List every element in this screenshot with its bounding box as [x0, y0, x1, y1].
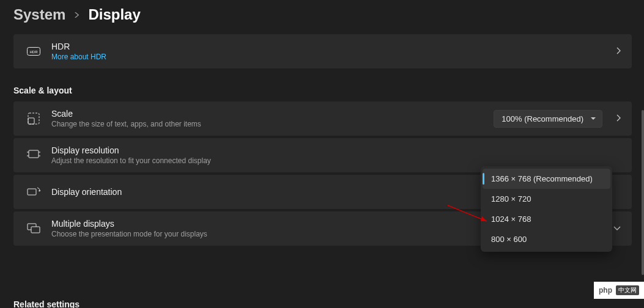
- resolution-title: Display resolution: [51, 145, 621, 155]
- breadcrumb: System Display: [13, 6, 632, 23]
- breadcrumb-current: Display: [88, 6, 140, 23]
- chevron-down-icon: [613, 224, 621, 233]
- breadcrumb-parent[interactable]: System: [13, 6, 65, 23]
- scrollbar[interactable]: [642, 110, 644, 275]
- scale-subtitle: Change the size of text, apps, and other…: [51, 120, 494, 128]
- watermark-cn: 中文网: [616, 285, 639, 295]
- resolution-subtitle: Adjust the resolution to fit your connec…: [51, 156, 621, 165]
- orientation-icon: [24, 186, 43, 197]
- resolution-option[interactable]: 1280 × 720: [483, 189, 610, 209]
- multiple-displays-icon: [24, 223, 43, 234]
- svg-rect-9: [28, 189, 36, 195]
- resolution-option[interactable]: 1024 × 768: [483, 209, 610, 229]
- hdr-more-link[interactable]: More about HDR: [51, 53, 611, 61]
- svg-text:HDR: HDR: [30, 50, 39, 54]
- watermark-brand: php: [599, 286, 612, 295]
- hdr-row[interactable]: HDR HDR More about HDR: [13, 34, 632, 68]
- svg-rect-11: [31, 227, 40, 233]
- svg-rect-2: [28, 113, 39, 124]
- scale-icon: [24, 112, 43, 125]
- hdr-icon: HDR: [24, 47, 43, 56]
- chevron-right-icon: [74, 10, 80, 20]
- resolution-option[interactable]: 800 × 600: [483, 229, 610, 249]
- watermark: php 中文网: [594, 282, 644, 299]
- svg-rect-3: [28, 118, 34, 124]
- resolution-dropdown-list[interactable]: 1366 × 768 (Recommended) 1280 × 720 1024…: [481, 166, 612, 252]
- scale-row[interactable]: Scale Change the size of text, apps, and…: [13, 101, 632, 136]
- scale-dropdown[interactable]: 100% (Recommended): [494, 110, 602, 128]
- section-related: Related settings: [13, 299, 80, 308]
- scale-title: Scale: [51, 109, 494, 119]
- chevron-right-icon: [616, 47, 621, 56]
- chevron-right-icon: [616, 114, 621, 123]
- hdr-title: HDR: [51, 42, 611, 51]
- svg-rect-4: [29, 150, 39, 158]
- section-scale-layout: Scale & layout: [13, 86, 632, 95]
- resolution-icon: [24, 150, 43, 161]
- resolution-option[interactable]: 1366 × 768 (Recommended): [483, 169, 610, 189]
